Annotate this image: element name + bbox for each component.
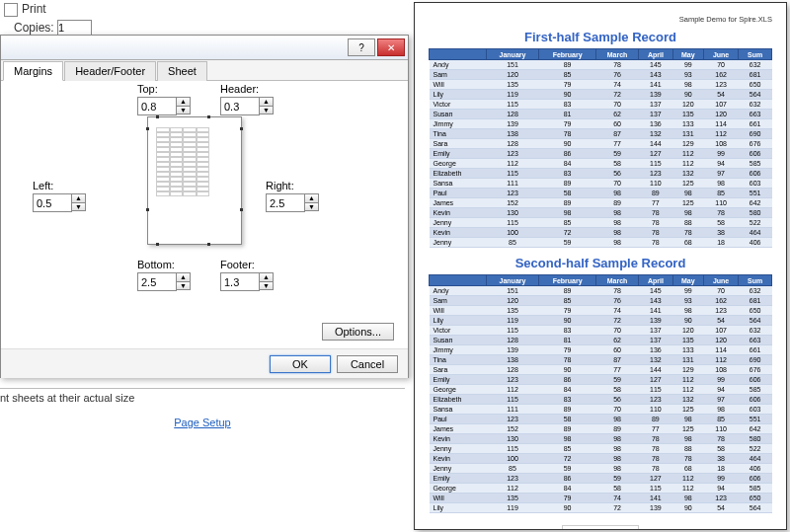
left-input[interactable]	[33, 193, 72, 212]
copies-label: Copies:	[14, 21, 54, 35]
table-row: James152898977125110642	[430, 198, 772, 208]
table-row: Tina1387887132131112690	[430, 129, 772, 139]
top-label: Top:	[137, 83, 191, 95]
tab-sheet[interactable]: Sheet	[157, 61, 207, 81]
table-row: Elizabeth115835612313297606	[430, 169, 772, 179]
table-row: Kevin1007298787838464	[430, 454, 772, 464]
table-row: Susan1288162137135120663	[430, 110, 772, 119]
table-row: Tina1387887132131112690	[430, 355, 772, 365]
table1: JanuaryFebruaryMarchAprilMayJuneSumAndy1…	[429, 48, 772, 248]
table-row: Sara1289077144129108676	[430, 139, 772, 149]
table-row: Elizabeth115835612313297606	[430, 395, 772, 405]
table-row: George112845811511294585	[430, 159, 772, 169]
table-row: Lily11990721399054564	[430, 90, 772, 100]
bg-lower-fragment: nt sheets at their actual size Page Setu…	[0, 385, 405, 428]
header-input[interactable]	[220, 97, 260, 115]
left-up[interactable]: ▲	[72, 193, 86, 202]
margin-preview: document.write(Array(14).fill('<div clas…	[147, 116, 242, 245]
table-row: Jenny855998786818406	[430, 238, 772, 248]
logo-area: E-ICEBLUE	[429, 525, 772, 530]
ok-button[interactable]: OK	[270, 355, 331, 373]
left-down[interactable]: ▼	[72, 202, 86, 211]
footer-input[interactable]	[220, 272, 260, 291]
bottom-down[interactable]: ▼	[177, 281, 191, 290]
right-up[interactable]: ▲	[305, 193, 319, 202]
table-row: Will135797414198123650	[430, 494, 772, 503]
close-button[interactable]: ✕	[377, 38, 405, 56]
table-row: Susan1288162137135120663	[430, 336, 772, 345]
table-row: Andy15189781459970632	[430, 60, 772, 70]
table-row: Paul1235898899885551	[430, 415, 772, 424]
table2-title: Second-half Sample Record	[429, 256, 772, 270]
left-label: Left:	[33, 180, 86, 191]
printer-icon	[4, 3, 18, 17]
bottom-label: Bottom:	[137, 259, 191, 270]
table-row: Lily11990721399054564	[430, 503, 772, 513]
header-label: Header:	[220, 83, 274, 95]
table-row: Andy15189781459970632	[430, 286, 772, 296]
table-row: Jimmy1397960136133114661	[430, 119, 772, 129]
tab-headerfooter[interactable]: Header/Footer	[64, 61, 156, 81]
table-row: George112845811511294585	[430, 385, 772, 395]
page-setup-link[interactable]: Page Setup	[0, 417, 405, 428]
table-row: Will135797414198123650	[430, 80, 772, 90]
table-row: Sam120857614393162681	[430, 296, 772, 306]
tab-margins[interactable]: Margins	[3, 61, 63, 81]
table2: JanuaryFebruaryMarchAprilMayJuneSumAndy1…	[429, 274, 772, 513]
table-row: James152898977125110642	[430, 424, 772, 434]
dialog-buttons: OK Cancel	[1, 349, 408, 378]
table-row: Will135797414198123650	[430, 306, 772, 316]
table-row: Emily123865912711299606	[430, 375, 772, 385]
options-button[interactable]: Options...	[322, 323, 394, 341]
footer-up[interactable]: ▲	[260, 272, 274, 281]
table-row: Sara1289077144129108676	[430, 365, 772, 375]
cancel-button[interactable]: Cancel	[337, 355, 398, 373]
table-row: George112845811511294585	[430, 484, 772, 494]
right-label: Right:	[266, 180, 319, 191]
table-row: Emily123865912711299606	[430, 474, 772, 484]
print-preview-page: Sample Demo for Spire.XLS First-half Sam…	[414, 2, 787, 530]
table-row: Jenny855998786818406	[430, 464, 772, 474]
bottom-up[interactable]: ▲	[177, 272, 191, 281]
preview-header-text: Sample Demo for Spire.XLS	[429, 15, 772, 24]
dialog-tabs: Margins Header/Footer Sheet	[1, 60, 408, 81]
table-row: Kevin1309898789878580	[430, 208, 772, 218]
table-row: Sam120857614393162681	[430, 70, 772, 80]
top-input[interactable]	[137, 97, 177, 115]
copies-input[interactable]	[57, 20, 92, 36]
top-up[interactable]: ▲	[177, 97, 191, 106]
header-down[interactable]: ▼	[260, 106, 274, 114]
right-down[interactable]: ▼	[305, 202, 319, 211]
table-row: Victor1158370137120107632	[430, 326, 772, 336]
table-row: Kevin1309898789878580	[430, 434, 772, 444]
table-row: Paul1235898899885551	[430, 189, 772, 198]
margins-panel: Top: ▲▼ Header: ▲▼ Left: ▲▼ Right: ▲▼ Bo…	[1, 81, 408, 349]
table-row: Sansa111897011012598603	[430, 179, 772, 189]
table-row: Lily11990721399054564	[430, 316, 772, 326]
table-row: Jenny1158598788858522	[430, 218, 772, 228]
footer-label: Footer:	[220, 259, 274, 270]
table1-title: First-half Sample Record	[429, 30, 772, 44]
top-down[interactable]: ▼	[177, 106, 191, 114]
dialog-titlebar: ? ✕	[1, 36, 408, 60]
help-button[interactable]: ?	[348, 38, 375, 56]
table-row: Jenny1158598788858522	[430, 444, 772, 454]
footer-down[interactable]: ▼	[260, 281, 274, 290]
table-row: Sansa111897011012598603	[430, 405, 772, 415]
eiceblue-logo: E-ICEBLUE	[562, 525, 639, 530]
right-input[interactable]	[266, 193, 305, 212]
table-row: Emily123865912711299606	[430, 149, 772, 159]
print-label: Print	[22, 2, 46, 16]
print-panel-fragment: Print Copies:	[4, 2, 92, 36]
table-row: Victor1158370137120107632	[430, 100, 772, 110]
table-row: Kevin1007298787838464	[430, 228, 772, 238]
bottom-input[interactable]	[137, 272, 177, 291]
page-setup-dialog: ? ✕ Margins Header/Footer Sheet Top: ▲▼ …	[0, 35, 409, 378]
table-row: Jimmy1397960136133114661	[430, 345, 772, 355]
header-up[interactable]: ▲	[260, 97, 274, 106]
